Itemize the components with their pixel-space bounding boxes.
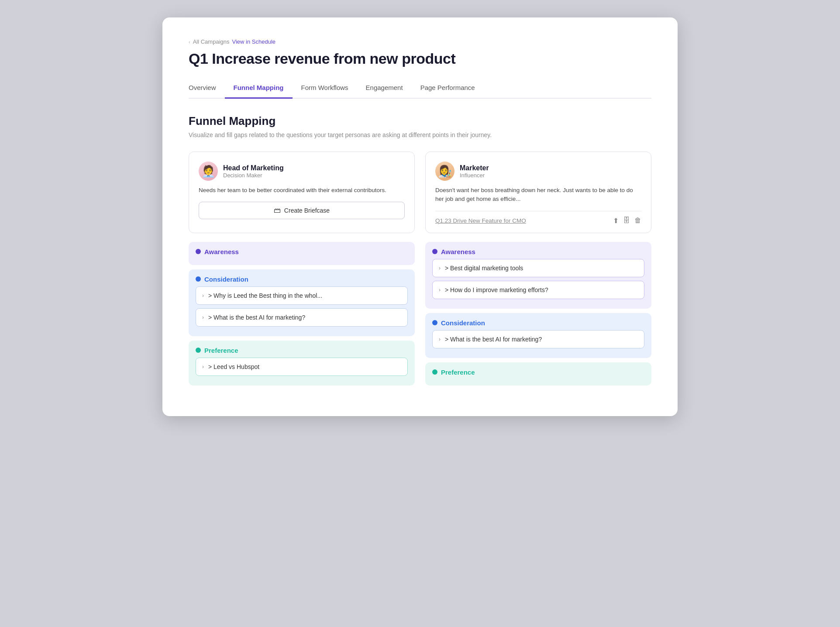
awareness-dot-right — [432, 249, 437, 254]
personas-row: 🧑‍💼 Head of Marketing Decision Maker Nee… — [189, 152, 651, 233]
query-chevron-ai-left: › — [202, 314, 204, 320]
create-briefcase-button[interactable]: 🗃 Create Briefcase — [199, 202, 405, 219]
section-title: Funnel Mapping — [189, 114, 651, 128]
consideration-label-right: Consideration — [441, 319, 485, 327]
link-actions: ⬆ 🗄 🗑 — [613, 217, 641, 225]
avatar-marketer: 👩‍🎨 — [435, 162, 454, 181]
create-briefcase-label: Create Briefcase — [284, 207, 330, 214]
preference-dot-left — [196, 348, 201, 353]
page-title: Q1 Increase revenue from new product — [189, 50, 651, 67]
awareness-label-right: Awareness — [441, 248, 475, 255]
consideration-label-left: Consideration — [204, 276, 248, 283]
stage-label-consideration-right: Consideration — [432, 319, 644, 327]
stage-label-awareness-left: Awareness — [196, 248, 408, 255]
funnel-stage-consideration-right: Consideration › > What is the best AI fo… — [425, 313, 651, 358]
persona-name-marketer: Marketer — [460, 164, 489, 172]
breadcrumb-chevron: ‹ — [189, 39, 190, 45]
funnel-stage-awareness-left: Awareness — [189, 242, 415, 265]
query-chevron-ai-right: › — [439, 336, 441, 342]
funnel-stage-preference-left: Preference › > Leed vs Hubspot — [189, 341, 415, 386]
awareness-dot-left — [196, 249, 201, 254]
query-card-leed[interactable]: › > Why is Leed the Best thing in the wh… — [196, 286, 408, 305]
funnel-columns: Awareness Consideration › > Why is Leed … — [189, 242, 651, 390]
persona-name-hom: Head of Marketing — [223, 164, 284, 172]
stage-label-preference-right: Preference — [432, 369, 644, 376]
query-chevron-leed-vs: › — [202, 364, 204, 370]
persona-card-marketer: 👩‍🎨 Marketer Influencer Doesn't want her… — [425, 152, 651, 233]
persona-role-marketer: Influencer — [460, 172, 489, 179]
tab-page-performance[interactable]: Page Performance — [412, 79, 484, 99]
query-text-best-tools: > Best digital marketing tools — [445, 265, 523, 272]
query-chevron-leed: › — [202, 293, 204, 299]
awareness-label-left: Awareness — [204, 248, 239, 255]
persona-existing-link[interactable]: Q1.23 Drive New Feature for CMO — [435, 217, 526, 224]
persona-header-hom: 🧑‍💼 Head of Marketing Decision Maker — [199, 162, 405, 181]
query-text-ai-left: > What is the best AI for marketing? — [208, 314, 305, 321]
persona-info-marketer: Marketer Influencer — [460, 164, 489, 179]
persona-desc-hom: Needs her team to be better coordinated … — [199, 186, 405, 195]
funnel-column-left: Awareness Consideration › > Why is Leed … — [189, 242, 415, 390]
archive-icon[interactable]: 🗄 — [623, 217, 630, 225]
preference-dot-right — [432, 369, 437, 375]
section-desc: Visualize and fill gaps related to the q… — [189, 131, 564, 138]
persona-header-marketer: 👩‍🎨 Marketer Influencer — [435, 162, 641, 181]
funnel-stage-awareness-right: Awareness › > Best digital marketing too… — [425, 242, 651, 309]
persona-card-hom: 🧑‍💼 Head of Marketing Decision Maker Nee… — [189, 152, 415, 233]
breadcrumb-schedule-link[interactable]: View in Schedule — [232, 38, 276, 45]
app-container: ‹ All Campaigns View in Schedule Q1 Incr… — [162, 17, 678, 416]
query-text-improve-efforts: > How do I improve marketing efforts? — [445, 286, 548, 293]
breadcrumb-back[interactable]: All Campaigns — [193, 38, 230, 45]
preference-label-right: Preference — [441, 369, 475, 376]
tab-overview[interactable]: Overview — [189, 79, 225, 99]
query-card-best-tools[interactable]: › > Best digital marketing tools — [432, 259, 644, 277]
stage-label-consideration-left: Consideration — [196, 276, 408, 283]
stage-label-preference-left: Preference — [196, 347, 408, 354]
consideration-dot-right — [432, 320, 437, 325]
persona-role-hom: Decision Maker — [223, 172, 284, 179]
share-icon[interactable]: ⬆ — [613, 217, 619, 225]
existing-link-row: Q1.23 Drive New Feature for CMO ⬆ 🗄 🗑 — [435, 211, 641, 225]
funnel-stage-preference-right: Preference — [425, 362, 651, 386]
tab-funnel-mapping[interactable]: Funnel Mapping — [225, 79, 293, 99]
query-text-leed-vs: > Leed vs Hubspot — [208, 363, 259, 370]
avatar-hom: 🧑‍💼 — [199, 162, 218, 181]
query-card-ai-right[interactable]: › > What is the best AI for marketing? — [432, 330, 644, 348]
tab-bar: Overview Funnel Mapping Form Workflows E… — [189, 79, 651, 99]
query-card-ai-left[interactable]: › > What is the best AI for marketing? — [196, 308, 408, 327]
breadcrumb: ‹ All Campaigns View in Schedule — [189, 38, 651, 45]
query-chevron-improve-efforts: › — [439, 287, 441, 293]
funnel-stage-consideration-left: Consideration › > Why is Leed the Best t… — [189, 269, 415, 336]
query-text-leed: > Why is Leed the Best thing in the whol… — [208, 292, 322, 299]
consideration-dot-left — [196, 276, 201, 282]
tab-form-workflows[interactable]: Form Workflows — [293, 79, 357, 99]
query-text-ai-right: > What is the best AI for marketing? — [445, 336, 542, 343]
trash-icon[interactable]: 🗑 — [634, 217, 641, 225]
tab-engagement[interactable]: Engagement — [357, 79, 412, 99]
preference-label-left: Preference — [204, 347, 238, 354]
query-chevron-best-tools: › — [439, 265, 441, 271]
stage-label-awareness-right: Awareness — [432, 248, 644, 255]
persona-info-hom: Head of Marketing Decision Maker — [223, 164, 284, 179]
briefcase-icon: 🗃 — [274, 207, 281, 214]
query-card-improve-efforts[interactable]: › > How do I improve marketing efforts? — [432, 281, 644, 299]
query-card-leed-vs[interactable]: › > Leed vs Hubspot — [196, 358, 408, 376]
persona-desc-marketer: Doesn't want her boss breathing down her… — [435, 186, 641, 204]
funnel-column-right: Awareness › > Best digital marketing too… — [425, 242, 651, 390]
